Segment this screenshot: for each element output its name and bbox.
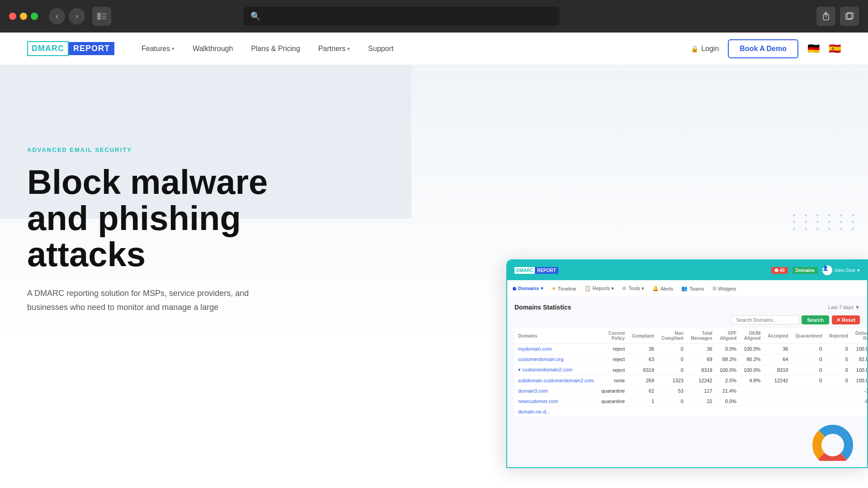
windows-button[interactable] [840, 7, 859, 26]
dashboard-preview: DMARC REPORT ❶ 40 Domains 👤 John Doe ▾ [506, 259, 868, 468]
col-spf: SPFAligned [716, 328, 740, 344]
svg-rect-0 [97, 13, 101, 20]
col-dkim: DKIMAligned [740, 328, 764, 344]
address-bar[interactable]: 🔍 [243, 7, 560, 26]
minimize-button[interactable] [20, 13, 27, 20]
pie-chart [806, 420, 860, 461]
sidebar-button[interactable] [92, 7, 111, 26]
book-demo-button[interactable]: Book A Demo [728, 39, 798, 58]
chevron-down-icon: ▾ [857, 267, 860, 273]
dash-nav-domains[interactable]: Domains ▾ [513, 286, 543, 291]
partners-link[interactable]: Partners ▾ [318, 45, 350, 53]
logo-report: REPORT [69, 42, 114, 55]
hero-title: Block malware and phishing attacks [27, 164, 298, 272]
plans-link[interactable]: Plans & Pricing [251, 45, 300, 53]
col-rejected: Rejected [826, 328, 852, 344]
col-non-compliant: NonCompliant [658, 328, 687, 344]
dash-section-title: Domains Statistics [514, 304, 571, 311]
dash-filter[interactable]: Last 7 days ▼ [828, 305, 860, 310]
dash-logo-report: REPORT [535, 267, 558, 274]
hero-description: A DMARC reporting solution for MSPs, ser… [27, 286, 271, 314]
logo-dmarc: DMARC [27, 41, 69, 56]
forward-button[interactable]: › [69, 8, 85, 24]
dash-nav-reports[interactable]: 📋 Reports ▾ [585, 286, 614, 291]
dash-body: Domains Statistics Last 7 days ▼ Search … [507, 297, 867, 467]
hero-section: ADVANCED EMAIL SECURITY Block malware an… [0, 65, 868, 488]
flag-de[interactable]: 🇩🇪 [807, 43, 820, 55]
chevron-down-icon: ▾ [347, 46, 350, 52]
traffic-lights [9, 13, 38, 20]
nav-links: Features ▾ Walkthrough Plans & Pricing P… [142, 45, 691, 53]
support-link[interactable]: Support [368, 45, 393, 53]
table-row: newcustomer.comquarantine10220.0%-0% [514, 396, 868, 407]
table-row: customerdomain.orgreject6306988.2%90.2%6… [514, 354, 868, 365]
dash-nav-timeline[interactable]: ★ Timeline [552, 286, 576, 291]
col-domains: Domains [514, 328, 598, 344]
flag-es[interactable]: 🇪🇸 [829, 43, 841, 55]
table-row: domain-no-d... [514, 407, 868, 417]
dash-avatar: 👤 [822, 265, 832, 275]
hero-badge: ADVANCED EMAIL SECURITY [27, 146, 298, 153]
lock-icon: 🔒 [691, 45, 698, 52]
dash-section-header: Domains Statistics Last 7 days ▼ [514, 304, 860, 311]
logo[interactable]: DMARC REPORT [27, 41, 114, 56]
col-quarantined: Quarantined [792, 328, 826, 344]
dash-nav-teams[interactable]: 👥 Teams [681, 286, 704, 291]
dash-domains-table: Domains CurrentPolicy Compliant NonCompl… [514, 328, 868, 417]
dash-reset-button[interactable]: ✕ Reset [832, 315, 860, 324]
table-row: domain3.comquarantine625311721.4%-1% [514, 386, 868, 396]
dash-nav: Domains ▾ ★ Timeline 📋 Reports ▾ ⚙ Tools… [507, 280, 867, 297]
browser-actions [816, 7, 859, 26]
website: DMARC REPORT Features ▾ Walkthrough Plan… [0, 33, 868, 488]
svg-rect-1 [102, 14, 106, 14]
close-button[interactable] [9, 13, 16, 20]
walkthrough-link[interactable]: Walkthrough [193, 45, 233, 53]
navigation-arrows: ‹ › [49, 8, 85, 24]
dash-search-input[interactable] [731, 315, 799, 324]
hero-content: ADVANCED EMAIL SECURITY Block malware an… [27, 92, 298, 314]
browser-chrome: ‹ › 🔍 [0, 0, 868, 33]
fullscreen-button[interactable] [31, 13, 38, 20]
dash-search-button[interactable]: Search [802, 315, 829, 324]
dash-search-row: Search ✕ Reset [514, 315, 860, 324]
features-link[interactable]: Features ▾ [142, 45, 175, 53]
dash-nav-alerts[interactable]: 🔔 Alerts [652, 286, 673, 291]
col-delivery: DeliveryRate [852, 328, 868, 344]
main-nav: DMARC REPORT Features ▾ Walkthrough Plan… [0, 33, 868, 65]
svg-rect-3 [102, 18, 106, 19]
dash-nav-tools[interactable]: ⚙ Tools ▾ [622, 286, 644, 291]
table-row: subdomain.customerdomain2.comnone2691323… [514, 375, 868, 386]
table-row: mydomain.comreject360360.0%100.0%3600100… [514, 344, 868, 354]
dot-icon [513, 287, 516, 291]
dash-logo-dmarc: DMARC [514, 267, 535, 274]
table-header-row: Domains CurrentPolicy Compliant NonCompl… [514, 328, 868, 344]
dash-alert-badge: ❶ 40 [771, 267, 788, 274]
dash-user: 👤 John Doe ▾ [822, 265, 860, 275]
chevron-down-icon: ▾ [172, 46, 175, 52]
dot-grid-decoration [793, 214, 859, 230]
svg-rect-2 [102, 16, 106, 17]
dash-topbar: DMARC REPORT ❶ 40 Domains 👤 John Doe ▾ [507, 260, 867, 280]
search-icon: 🔍 [250, 11, 260, 21]
dash-topbar-right: ❶ 40 Domains 👤 John Doe ▾ [771, 265, 860, 275]
back-button[interactable]: ‹ [49, 8, 65, 24]
table-row: ▾ customerdomain2.comreject831908319100.… [514, 365, 868, 375]
login-link[interactable]: 🔒 Login [691, 45, 719, 53]
nav-actions: 🔒 Login Book A Demo 🇩🇪 🇪🇸 [691, 39, 841, 58]
dash-logo: DMARC REPORT [514, 267, 558, 274]
col-policy: CurrentPolicy [598, 328, 628, 344]
dash-domains-badge: Domains [793, 267, 818, 274]
dash-nav-widgets[interactable]: ⊞ Widgets [712, 286, 736, 291]
col-accepted: Accepted [764, 328, 792, 344]
share-button[interactable] [816, 7, 835, 26]
col-total: TotalMessages [687, 328, 716, 344]
col-compliant: Compliant [628, 328, 658, 344]
